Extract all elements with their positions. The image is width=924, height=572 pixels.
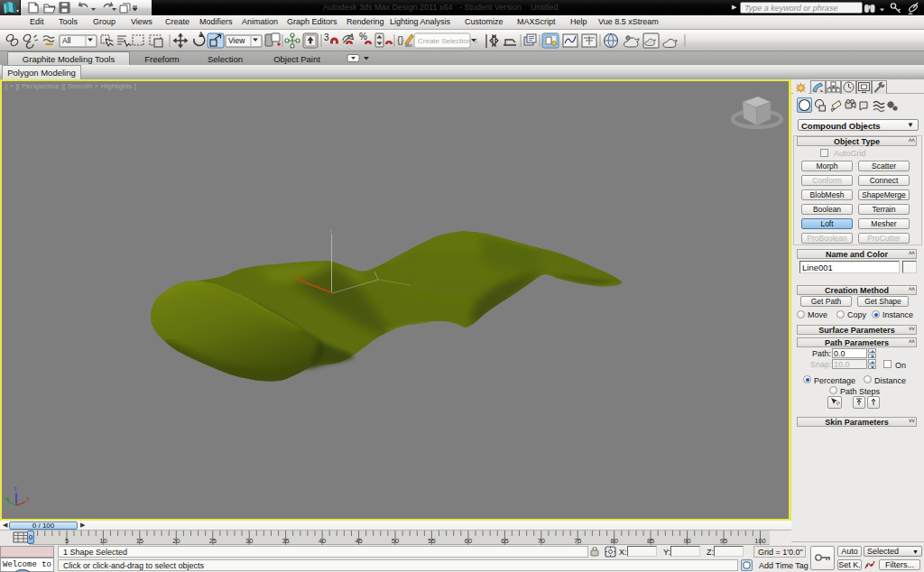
svg-text:30: 30 <box>245 537 253 545</box>
svg-text:abc: abc <box>405 42 413 48</box>
svg-text:55: 55 <box>428 537 435 545</box>
svg-text:Create Selection S: Create Selection S <box>418 37 478 45</box>
svg-text:3: 3 <box>324 32 329 42</box>
svg-text:65: 65 <box>501 537 508 545</box>
svg-text:View: View <box>228 36 245 45</box>
svg-text:z: z <box>329 228 332 234</box>
svg-text:80: 80 <box>611 537 618 545</box>
svg-text:%: % <box>359 32 367 42</box>
svg-text:90: 90 <box>683 537 690 545</box>
svg-text:100: 100 <box>754 537 766 545</box>
svg-text:95: 95 <box>720 537 727 545</box>
svg-text:85: 85 <box>647 537 654 545</box>
svg-text:5: 5 <box>65 537 69 545</box>
svg-text:75: 75 <box>574 537 581 545</box>
svg-text:All: All <box>62 36 71 45</box>
svg-text:50: 50 <box>392 537 399 545</box>
svg-text:z: z <box>14 485 17 492</box>
svg-text:45: 45 <box>355 537 362 545</box>
svg-text:40: 40 <box>319 537 326 545</box>
svg-text:35: 35 <box>282 537 289 545</box>
svg-text:60: 60 <box>465 537 472 545</box>
svg-text:10: 10 <box>99 537 106 545</box>
svg-text:x: x <box>27 495 31 502</box>
svg-text:15: 15 <box>136 537 143 545</box>
svg-text:20: 20 <box>172 537 180 545</box>
svg-text:70: 70 <box>538 537 545 545</box>
svg-text:{}: {} <box>397 34 404 45</box>
svg-text:25: 25 <box>209 537 217 545</box>
